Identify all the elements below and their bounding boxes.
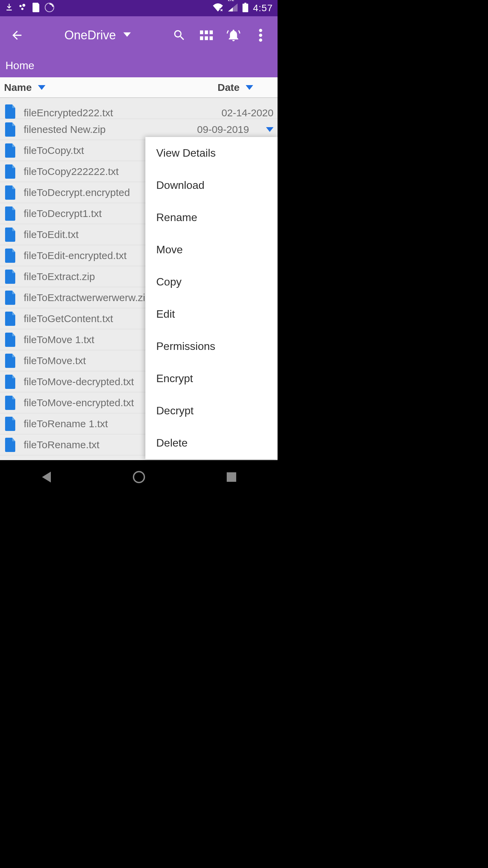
file-icon (4, 270, 16, 284)
menu-item-decrypt[interactable]: Decrypt (145, 395, 278, 427)
svg-point-13 (259, 29, 262, 32)
menu-item-encrypt[interactable]: Encrypt (145, 362, 278, 395)
svg-rect-12 (210, 36, 213, 40)
nav-home-button[interactable] (119, 467, 159, 487)
nav-back-button[interactable] (26, 467, 67, 487)
file-name: fileToDecrypt1.txt (24, 208, 102, 219)
svg-rect-6 (244, 3, 246, 4)
menu-item-rename[interactable]: Rename (145, 201, 278, 234)
svg-rect-10 (200, 36, 203, 40)
file-name: fileToMove.txt (24, 355, 86, 367)
overflow-menu-button[interactable] (247, 16, 274, 54)
wifi-icon (212, 3, 223, 13)
file-icon (4, 333, 16, 347)
sort-by-date[interactable]: Date (218, 82, 253, 93)
sort-indicator-icon (38, 85, 45, 90)
file-name: fileToDecrypt.encrypted (24, 187, 130, 198)
svg-rect-8 (205, 30, 208, 34)
file-name: fileToEdit-encrypted.txt (24, 250, 126, 261)
file-name: fileToMove 1.txt (24, 334, 94, 346)
processing-icon (18, 3, 27, 13)
file-icon (4, 375, 16, 389)
system-nav-bar (0, 460, 278, 494)
notifications-button[interactable] (220, 16, 247, 54)
status-time: 4:57 (253, 3, 273, 14)
file-icon (4, 417, 16, 431)
sdcard-icon (32, 3, 40, 14)
file-icon (4, 185, 16, 200)
file-icon (4, 312, 16, 326)
app-bar: OneDrive (0, 16, 278, 54)
account-dropdown[interactable]: OneDrive (64, 28, 131, 42)
menu-item-copy[interactable]: Copy (145, 266, 278, 298)
file-icon (4, 228, 16, 242)
svg-point-2 (21, 8, 23, 10)
download-icon (5, 3, 14, 13)
file-icon (4, 206, 16, 221)
file-icon (4, 249, 16, 263)
file-icon (4, 396, 16, 410)
search-button[interactable] (166, 16, 193, 54)
file-icon (4, 438, 16, 452)
sort-by-name[interactable]: Name (4, 82, 45, 93)
status-bar: LTE 4:57 (0, 0, 278, 16)
file-name: fileEncrypted222.txt (24, 107, 113, 119)
breadcrumb-label: Home (5, 59, 34, 72)
file-icon (4, 291, 16, 305)
sort-name-label: Name (4, 82, 32, 93)
file-name: fileToGetContent.txt (24, 313, 113, 324)
svg-point-3 (45, 3, 54, 12)
battery-icon (242, 3, 248, 14)
svg-rect-5 (242, 4, 248, 12)
sort-header: Name Date (0, 77, 278, 98)
nav-recent-button[interactable] (211, 467, 252, 487)
file-icon (4, 122, 16, 137)
file-name: fileToExtractwerwerwerw.zip (24, 292, 151, 303)
file-name: fileToMove-encrypted.txt (24, 397, 134, 409)
grid-view-button[interactable] (193, 16, 220, 54)
svg-point-14 (259, 34, 262, 37)
menu-item-move[interactable]: Move (145, 234, 278, 266)
dropdown-icon (123, 32, 131, 38)
file-name: fileToExtract.zip (24, 271, 95, 282)
file-icon (4, 164, 16, 179)
back-button[interactable] (3, 16, 30, 54)
menu-item-download[interactable]: Download (145, 169, 278, 201)
app-title: OneDrive (64, 28, 116, 42)
svg-point-1 (22, 4, 25, 7)
file-icon (4, 104, 16, 119)
file-name: fileToRename.txt (24, 439, 99, 451)
file-name: fileToCopy.txt (24, 145, 84, 156)
svg-rect-9 (210, 30, 213, 34)
breadcrumb[interactable]: Home (0, 54, 278, 77)
sync-icon (45, 3, 54, 14)
menu-item-edit[interactable]: Edit (145, 298, 278, 330)
menu-item-permissions[interactable]: Permissions (145, 330, 278, 362)
file-row[interactable]: fileEncrypted222.txt02-14-2020 (0, 98, 278, 119)
svg-rect-11 (205, 36, 208, 40)
svg-point-0 (19, 5, 22, 7)
svg-point-15 (259, 38, 262, 42)
row-actions-icon[interactable] (266, 127, 273, 132)
svg-rect-7 (200, 30, 203, 34)
signal-icon: LTE (228, 3, 238, 13)
sort-date-label: Date (218, 82, 240, 93)
file-icon (4, 143, 16, 158)
file-date: 02-14-2020 (222, 107, 273, 119)
file-name: filenested New.zip (24, 124, 106, 135)
file-name: fileToMove-decrypted.txt (24, 376, 134, 388)
menu-item-delete[interactable]: Delete (145, 427, 278, 459)
context-menu: View DetailsDownloadRenameMoveCopyEditPe… (145, 137, 278, 459)
file-name: fileToEdit.txt (24, 229, 79, 240)
file-name: fileToCopy222222.txt (24, 166, 119, 177)
menu-item-view-details[interactable]: View Details (145, 137, 278, 169)
file-date: 09-09-2019 (197, 124, 249, 135)
file-name: fileToRename 1.txt (24, 418, 108, 430)
sort-indicator-icon (246, 85, 253, 90)
file-list[interactable]: fileEncrypted222.txt02-14-2020filenested… (0, 98, 278, 460)
file-icon (4, 354, 16, 368)
